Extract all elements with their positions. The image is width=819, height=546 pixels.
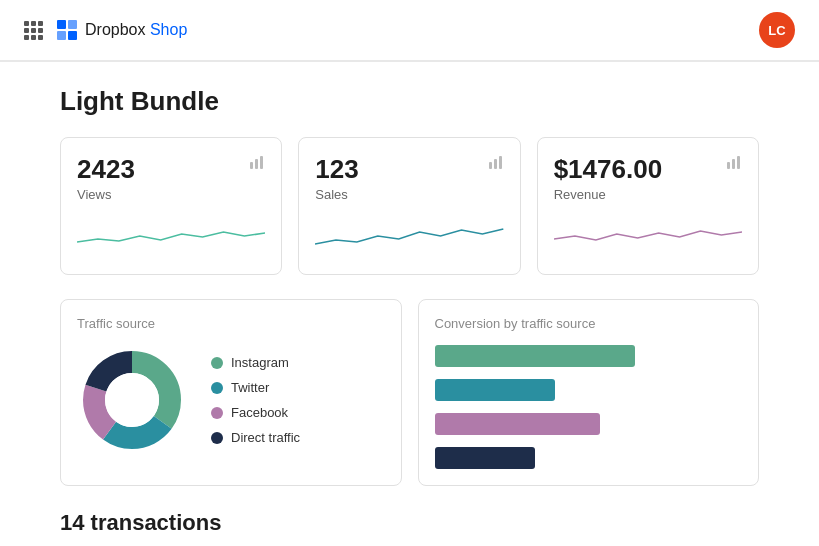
conversion-title: Conversion by traffic source [435, 316, 743, 331]
svg-rect-9 [499, 156, 502, 169]
views-label: Views [77, 187, 265, 202]
sales-card: 123 Sales [298, 137, 520, 275]
svg-rect-8 [494, 159, 497, 169]
views-sparkline [77, 214, 265, 254]
svg-rect-7 [489, 162, 492, 169]
views-value: 2423 [77, 154, 265, 185]
instagram-label: Instagram [231, 355, 289, 370]
svg-point-17 [105, 373, 159, 427]
page-title: Light Bundle [60, 86, 759, 117]
logo-text: Dropbox Shop [85, 21, 187, 39]
direct-dot [211, 432, 223, 444]
traffic-content: Instagram Twitter Facebook Direct traffi… [77, 345, 385, 455]
bar-direct [435, 447, 535, 469]
twitter-dot [211, 382, 223, 394]
dropbox-logo-icon [55, 18, 79, 42]
svg-rect-6 [260, 156, 263, 169]
bar-row-facebook [435, 413, 743, 435]
svg-rect-1 [68, 20, 77, 29]
sales-value: 123 [315, 154, 503, 185]
main-content: Light Bundle 2423 Views 123 Sales [0, 62, 819, 546]
header-left: Dropbox Shop [24, 18, 187, 42]
legend-twitter: Twitter [211, 380, 300, 395]
legend-facebook: Facebook [211, 405, 300, 420]
svg-rect-11 [732, 159, 735, 169]
donut-chart [77, 345, 187, 455]
bar-chart [435, 345, 743, 469]
views-card: 2423 Views [60, 137, 282, 275]
svg-rect-12 [737, 156, 740, 169]
chart-icon-views[interactable] [249, 154, 265, 174]
transactions-title: 14 transactions [60, 510, 759, 536]
avatar[interactable]: LC [759, 12, 795, 48]
bar-row-twitter [435, 379, 743, 401]
revenue-card: $1476.00 Revenue [537, 137, 759, 275]
bar-instagram [435, 345, 635, 367]
svg-rect-4 [250, 162, 253, 169]
instagram-dot [211, 357, 223, 369]
legend-instagram: Instagram [211, 355, 300, 370]
donut-svg [77, 345, 187, 455]
svg-rect-5 [255, 159, 258, 169]
traffic-source-title: Traffic source [77, 316, 385, 331]
revenue-label: Revenue [554, 187, 742, 202]
bar-facebook [435, 413, 600, 435]
grid-icon[interactable] [24, 21, 43, 40]
facebook-label: Facebook [231, 405, 288, 420]
svg-rect-3 [68, 31, 77, 40]
legend-direct: Direct traffic [211, 430, 300, 445]
direct-label: Direct traffic [231, 430, 300, 445]
chart-icon-revenue[interactable] [726, 154, 742, 174]
svg-rect-0 [57, 20, 66, 29]
twitter-label: Twitter [231, 380, 269, 395]
logo: Dropbox Shop [55, 18, 187, 42]
facebook-dot [211, 407, 223, 419]
bar-twitter [435, 379, 555, 401]
middle-row: Traffic source [60, 299, 759, 486]
stat-cards: 2423 Views 123 Sales [60, 137, 759, 275]
traffic-legend: Instagram Twitter Facebook Direct traffi… [211, 355, 300, 445]
conversion-card: Conversion by traffic source [418, 299, 760, 486]
sales-label: Sales [315, 187, 503, 202]
bar-row-instagram [435, 345, 743, 367]
revenue-value: $1476.00 [554, 154, 742, 185]
traffic-source-card: Traffic source [60, 299, 402, 486]
bar-row-direct [435, 447, 743, 469]
svg-rect-10 [727, 162, 730, 169]
svg-rect-2 [57, 31, 66, 40]
sales-sparkline [315, 214, 503, 254]
header: Dropbox Shop LC [0, 0, 819, 61]
chart-icon-sales[interactable] [488, 154, 504, 174]
revenue-sparkline [554, 214, 742, 254]
